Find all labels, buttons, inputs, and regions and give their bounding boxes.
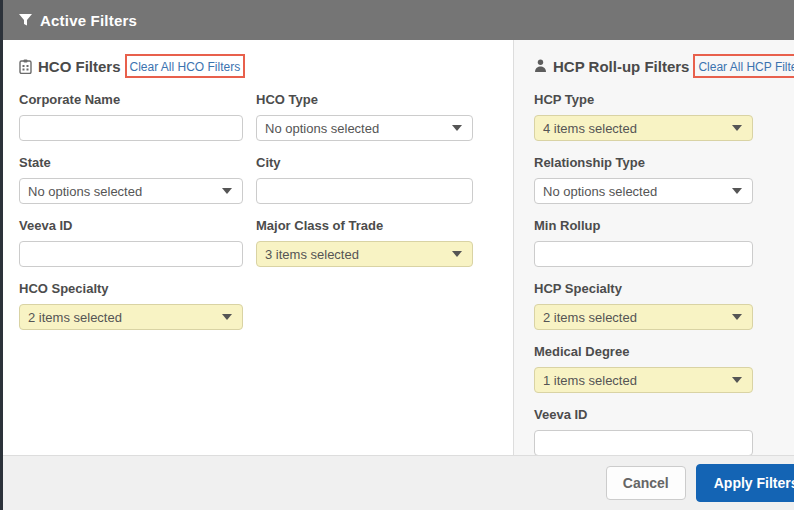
medical-degree-selected-value: 1 items selected: [543, 373, 726, 388]
state-select[interactable]: No options selected: [19, 178, 243, 204]
state-label: State: [19, 154, 243, 172]
hcp-veeva-id-input[interactable]: [534, 430, 753, 456]
hcp-section-title: HCP Roll-up Filters: [553, 58, 689, 75]
chevron-down-icon: [452, 125, 462, 131]
chevron-down-icon: [732, 188, 742, 194]
corporate-name-label: Corporate Name: [19, 91, 243, 109]
hcp-veeva-id-label: Veeva ID: [534, 406, 753, 424]
hco-section-title: HCO Filters: [38, 58, 121, 75]
field-major-class-of-trade: Major Class of Trade 3 items selected: [256, 217, 473, 267]
hco-field-columns: Corporate Name State No options selected…: [19, 91, 497, 343]
active-filters-modal: Active Filters ✕: [3, 0, 794, 510]
hcp-specialty-select[interactable]: 2 items selected: [534, 304, 753, 330]
filter-funnel-icon: [19, 14, 32, 27]
clear-all-hco-filters-link[interactable]: Clear All HCO Filters: [130, 60, 241, 74]
annotation-highlight-hco: Clear All HCO Filters: [125, 54, 246, 78]
field-hcp-specialty: HCP Specialty 2 items selected: [534, 280, 753, 330]
person-icon: [534, 59, 547, 73]
hco-specialty-selected-value: 2 items selected: [28, 310, 216, 325]
hco-type-select[interactable]: No options selected: [256, 115, 473, 141]
hcp-type-select[interactable]: 4 items selected: [534, 115, 753, 141]
field-min-rollup: Min Rollup: [534, 217, 753, 267]
apply-filters-button[interactable]: Apply Filters: [696, 464, 794, 502]
field-corporate-name: Corporate Name: [19, 91, 243, 141]
modal-title: Active Filters: [40, 12, 137, 29]
hco-specialty-label: HCO Specialty: [19, 280, 243, 298]
clear-all-hcp-filters-link[interactable]: Clear All HCP Filters: [698, 60, 794, 74]
field-city: City: [256, 154, 473, 204]
relationship-type-selected-value: No options selected: [543, 184, 726, 199]
hco-section-header: HCO Filters Clear All HCO Filters: [19, 54, 497, 78]
city-input[interactable]: [256, 178, 473, 204]
hcp-type-selected-value: 4 items selected: [543, 121, 726, 136]
hcp-specialty-selected-value: 2 items selected: [543, 310, 726, 325]
field-medical-degree: Medical Degree 1 items selected: [534, 343, 753, 393]
chevron-down-icon: [222, 314, 232, 320]
hco-veeva-id-label: Veeva ID: [19, 217, 243, 235]
screen: Active Filters ✕: [0, 0, 794, 510]
cancel-button[interactable]: Cancel: [606, 466, 686, 500]
hco-type-label: HCO Type: [256, 91, 473, 109]
modal-body: HCO Filters Clear All HCO Filters Corpor…: [3, 40, 794, 455]
hco-column-2: HCO Type No options selected City Major …: [256, 91, 473, 343]
building-icon: [19, 59, 32, 74]
relationship-type-label: Relationship Type: [534, 154, 753, 172]
corporate-name-input[interactable]: [19, 115, 243, 141]
hcp-specialty-label: HCP Specialty: [534, 280, 753, 298]
major-class-of-trade-selected-value: 3 items selected: [265, 247, 446, 262]
field-hcp-type: HCP Type 4 items selected: [534, 91, 753, 141]
hcp-type-label: HCP Type: [534, 91, 753, 109]
chevron-down-icon: [452, 251, 462, 257]
hcp-rollup-filters-panel: HCP Roll-up Filters Clear All HCP Filter…: [513, 40, 794, 455]
annotation-highlight-hcp: Clear All HCP Filters: [693, 54, 794, 78]
modal-header: Active Filters ✕: [3, 0, 794, 40]
hcp-section-header: HCP Roll-up Filters Clear All HCP Filter…: [534, 54, 794, 78]
chevron-down-icon: [732, 125, 742, 131]
min-rollup-input[interactable]: [534, 241, 753, 267]
field-state: State No options selected: [19, 154, 243, 204]
chevron-down-icon: [732, 314, 742, 320]
relationship-type-select[interactable]: No options selected: [534, 178, 753, 204]
min-rollup-label: Min Rollup: [534, 217, 753, 235]
hco-filters-panel: HCO Filters Clear All HCO Filters Corpor…: [3, 40, 513, 455]
field-hco-veeva-id: Veeva ID: [19, 217, 243, 267]
state-selected-value: No options selected: [28, 184, 216, 199]
hco-type-selected-value: No options selected: [265, 121, 446, 136]
city-label: City: [256, 154, 473, 172]
hco-specialty-select[interactable]: 2 items selected: [19, 304, 243, 330]
modal-footer: Cancel Apply Filters: [3, 455, 794, 510]
field-hco-specialty: HCO Specialty 2 items selected: [19, 280, 243, 330]
chevron-down-icon: [222, 188, 232, 194]
hco-column-1: Corporate Name State No options selected…: [19, 91, 243, 343]
hco-veeva-id-input[interactable]: [19, 241, 243, 267]
field-hco-type: HCO Type No options selected: [256, 91, 473, 141]
medical-degree-label: Medical Degree: [534, 343, 753, 361]
major-class-of-trade-label: Major Class of Trade: [256, 217, 473, 235]
field-hcp-veeva-id: Veeva ID: [534, 406, 753, 456]
chevron-down-icon: [732, 377, 742, 383]
field-relationship-type: Relationship Type No options selected: [534, 154, 753, 204]
major-class-of-trade-select[interactable]: 3 items selected: [256, 241, 473, 267]
medical-degree-select[interactable]: 1 items selected: [534, 367, 753, 393]
